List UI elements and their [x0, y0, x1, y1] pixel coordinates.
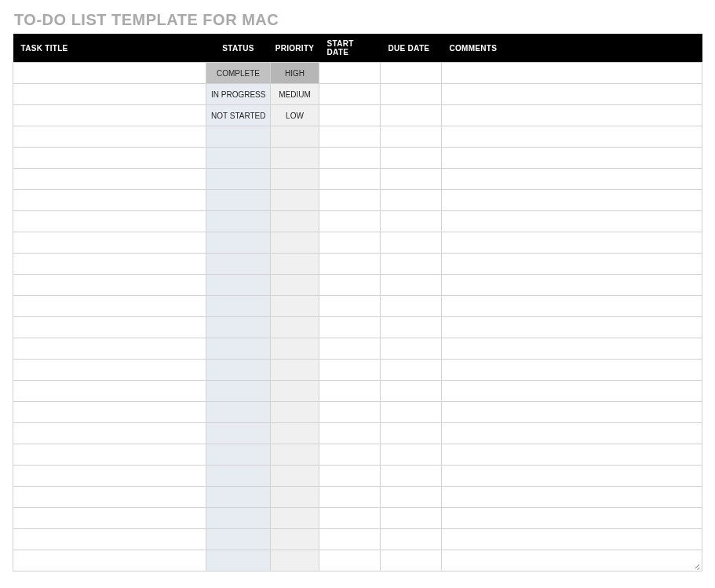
cell-status[interactable]: COMPLETE	[206, 63, 271, 84]
cell-status[interactable]	[206, 402, 271, 423]
cell-due-date[interactable]	[381, 126, 442, 148]
cell-comments[interactable]	[442, 190, 702, 211]
cell-due-date[interactable]	[381, 529, 442, 550]
cell-comments[interactable]	[442, 487, 702, 508]
cell-start-date[interactable]	[319, 148, 381, 169]
cell-task-title[interactable]	[13, 360, 206, 381]
cell-due-date[interactable]	[381, 338, 442, 360]
cell-due-date[interactable]	[381, 84, 442, 105]
cell-start-date[interactable]	[319, 444, 381, 466]
cell-due-date[interactable]	[381, 169, 442, 190]
cell-priority[interactable]	[271, 466, 319, 487]
cell-priority[interactable]	[271, 317, 319, 338]
cell-start-date[interactable]	[319, 508, 381, 529]
cell-start-date[interactable]	[319, 296, 381, 317]
cell-comments[interactable]	[442, 169, 702, 190]
cell-status[interactable]: IN PROGRESS	[206, 84, 271, 105]
cell-due-date[interactable]	[381, 148, 442, 169]
cell-task-title[interactable]	[13, 338, 206, 360]
cell-status[interactable]	[206, 211, 271, 232]
cell-comments[interactable]	[442, 529, 702, 550]
cell-comments[interactable]	[442, 211, 702, 232]
cell-task-title[interactable]	[13, 487, 206, 508]
cell-start-date[interactable]	[319, 190, 381, 211]
cell-due-date[interactable]	[381, 296, 442, 317]
cell-start-date[interactable]	[319, 381, 381, 402]
cell-priority[interactable]	[271, 190, 319, 211]
cell-priority[interactable]	[271, 338, 319, 360]
cell-task-title[interactable]	[13, 529, 206, 550]
cell-task-title[interactable]	[13, 190, 206, 211]
cell-status[interactable]	[206, 254, 271, 275]
cell-status[interactable]	[206, 360, 271, 381]
cell-priority[interactable]	[271, 508, 319, 529]
cell-priority[interactable]	[271, 148, 319, 169]
cell-due-date[interactable]	[381, 487, 442, 508]
cell-start-date[interactable]	[319, 105, 381, 126]
cell-task-title[interactable]	[13, 317, 206, 338]
cell-start-date[interactable]	[319, 254, 381, 275]
cell-priority[interactable]: LOW	[271, 105, 319, 126]
cell-comments[interactable]	[442, 296, 702, 317]
cell-status[interactable]	[206, 529, 271, 550]
cell-due-date[interactable]	[381, 402, 442, 423]
cell-task-title[interactable]	[13, 63, 206, 84]
cell-task-title[interactable]	[13, 550, 206, 572]
cell-start-date[interactable]	[319, 338, 381, 360]
cell-comments[interactable]	[442, 275, 702, 296]
cell-start-date[interactable]	[319, 211, 381, 232]
cell-task-title[interactable]	[13, 402, 206, 423]
cell-priority[interactable]	[271, 275, 319, 296]
cell-task-title[interactable]	[13, 169, 206, 190]
cell-task-title[interactable]	[13, 126, 206, 148]
cell-comments[interactable]	[442, 148, 702, 169]
cell-task-title[interactable]	[13, 232, 206, 254]
cell-comments[interactable]	[442, 338, 702, 360]
cell-comments[interactable]	[442, 550, 702, 572]
cell-task-title[interactable]	[13, 211, 206, 232]
cell-status[interactable]	[206, 317, 271, 338]
cell-comments[interactable]	[442, 105, 702, 126]
cell-priority[interactable]	[271, 444, 319, 466]
cell-task-title[interactable]	[13, 84, 206, 105]
cell-task-title[interactable]	[13, 275, 206, 296]
cell-start-date[interactable]	[319, 402, 381, 423]
cell-comments[interactable]	[442, 466, 702, 487]
cell-priority[interactable]	[271, 232, 319, 254]
cell-priority[interactable]: HIGH	[271, 63, 319, 84]
cell-status[interactable]	[206, 338, 271, 360]
cell-priority[interactable]	[271, 529, 319, 550]
cell-priority[interactable]	[271, 381, 319, 402]
cell-comments[interactable]	[442, 444, 702, 466]
cell-priority[interactable]	[271, 423, 319, 444]
cell-status[interactable]	[206, 190, 271, 211]
cell-comments[interactable]	[442, 232, 702, 254]
cell-comments[interactable]	[442, 402, 702, 423]
cell-due-date[interactable]	[381, 105, 442, 126]
cell-status[interactable]	[206, 508, 271, 529]
cell-comments[interactable]	[442, 317, 702, 338]
cell-status[interactable]	[206, 444, 271, 466]
cell-due-date[interactable]	[381, 423, 442, 444]
cell-priority[interactable]	[271, 402, 319, 423]
cell-priority[interactable]	[271, 550, 319, 572]
cell-due-date[interactable]	[381, 550, 442, 572]
cell-priority[interactable]	[271, 126, 319, 148]
cell-due-date[interactable]	[381, 275, 442, 296]
cell-start-date[interactable]	[319, 63, 381, 84]
cell-start-date[interactable]	[319, 126, 381, 148]
cell-comments[interactable]	[442, 126, 702, 148]
cell-comments[interactable]	[442, 360, 702, 381]
cell-status[interactable]	[206, 232, 271, 254]
cell-task-title[interactable]	[13, 381, 206, 402]
cell-comments[interactable]	[442, 84, 702, 105]
cell-task-title[interactable]	[13, 105, 206, 126]
cell-status[interactable]	[206, 148, 271, 169]
cell-start-date[interactable]	[319, 317, 381, 338]
cell-start-date[interactable]	[319, 232, 381, 254]
cell-due-date[interactable]	[381, 63, 442, 84]
cell-status[interactable]	[206, 466, 271, 487]
cell-task-title[interactable]	[13, 444, 206, 466]
cell-status[interactable]	[206, 169, 271, 190]
cell-start-date[interactable]	[319, 360, 381, 381]
